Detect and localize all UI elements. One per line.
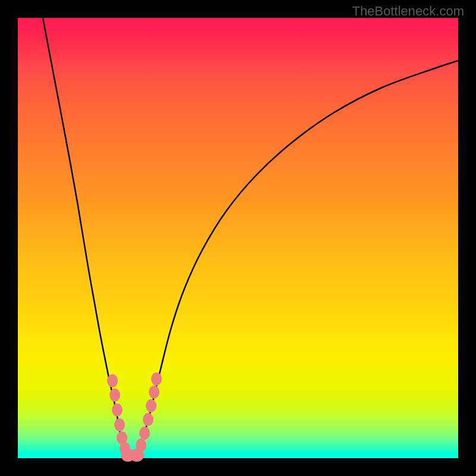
data-point-dot bbox=[130, 449, 144, 462]
curve-right bbox=[131, 61, 458, 458]
data-point-dot bbox=[107, 374, 118, 387]
data-point-dot bbox=[151, 372, 162, 386]
data-point-dot bbox=[109, 389, 120, 402]
chart-curves bbox=[18, 18, 458, 458]
data-point-dot bbox=[114, 418, 125, 431]
data-point-dot bbox=[112, 403, 123, 416]
data-point-dot bbox=[139, 427, 150, 440]
watermark-text: TheBottleneck.com bbox=[352, 4, 464, 19]
data-point-dot bbox=[143, 413, 154, 426]
data-point-dot bbox=[149, 386, 159, 399]
data-point-dot bbox=[146, 399, 156, 412]
chart-plot-area bbox=[18, 18, 458, 458]
